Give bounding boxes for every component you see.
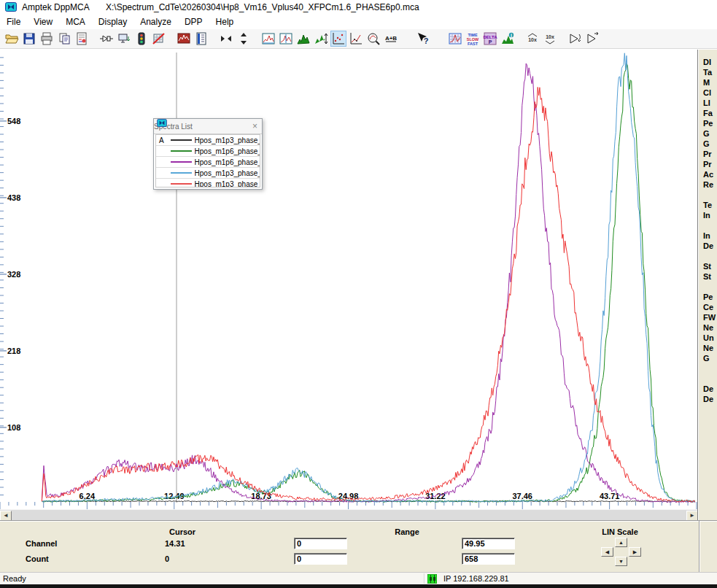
info-panel-label: Un	[703, 333, 714, 342]
range-count-max-field[interactable]	[462, 553, 515, 565]
scale-up-arrow-button[interactable]: ▲	[615, 538, 627, 547]
spectra-list-item[interactable]: Hpos_m1p6_phase_	[156, 157, 260, 168]
range-channel-min-field[interactable]	[294, 538, 347, 549]
scale-up-10x-button[interactable]: 10x	[525, 31, 540, 46]
delta-mode-button[interactable]: DELTAP	[483, 31, 497, 46]
info-panel-label: Pr	[703, 160, 712, 169]
info-panel-label: Ne	[703, 323, 713, 332]
line-draw-mode-button[interactable]	[349, 31, 363, 46]
spectrum-tag: A	[156, 136, 171, 144]
scale-down-arrow-button[interactable]: ▼	[615, 557, 627, 566]
context-help-icon: ?	[416, 31, 430, 46]
report-button[interactable]	[74, 31, 89, 46]
autoscale-y-button[interactable]	[314, 31, 328, 46]
menu-view[interactable]: View	[27, 15, 59, 28]
info-panel-label: M	[703, 78, 710, 87]
info-panel-label: St	[703, 272, 711, 281]
clear-spectrum-button[interactable]	[152, 31, 166, 46]
info-panel-label: De	[703, 395, 713, 403]
full-spectrum-button[interactable]	[296, 31, 311, 46]
menu-analyze[interactable]: Analyze	[133, 15, 178, 28]
spectra-list-item[interactable]: AHpos_m1p3_phase_	[156, 135, 260, 146]
channel-label: Channel	[26, 539, 57, 548]
copy-icon	[57, 31, 71, 46]
scale-right-arrow-button[interactable]: ▶	[629, 547, 641, 557]
spectrum-color-swatch	[171, 183, 192, 185]
spectrum-color-swatch	[171, 161, 192, 163]
window-title-app: Amptek DppMCA	[22, 2, 90, 12]
sum-spectra-button[interactable]: A+B	[384, 31, 398, 46]
copy-button[interactable]	[57, 31, 71, 46]
status-page-button[interactable]	[194, 31, 209, 46]
zoom-region-button[interactable]	[366, 31, 381, 46]
spectra-list-item[interactable]: Hpos_m1p3_phase_	[156, 168, 260, 179]
horizontal-scrollbar[interactable]: ◄ ►	[0, 509, 697, 520]
scale-left-arrow-button[interactable]: ◀	[601, 547, 613, 557]
spectra-list-title: Spectra List	[154, 123, 248, 131]
spectra-list-item[interactable]: Hpos_m1p6_phase_	[156, 146, 260, 157]
expand-horizontal-button[interactable]	[219, 31, 233, 46]
menu-bar: FileViewMCADisplayAnalyzeDPPHelp	[0, 15, 717, 29]
title-bar: Amptek DppMCA X:\Spectrum_CdTe\20260304\…	[0, 0, 717, 15]
bottom-panel: Cursor Range LIN Scale Channel 14.31 Cou…	[0, 520, 717, 572]
info-panel-label: Ac	[703, 170, 713, 179]
info-panel-label: In	[703, 211, 710, 220]
spectrum-info-button[interactable]: i	[500, 31, 515, 46]
view-region-a-button[interactable]	[261, 31, 276, 46]
menu-help[interactable]: Help	[209, 15, 241, 28]
context-help-button[interactable]: ?	[416, 31, 430, 46]
save-file-icon	[22, 31, 36, 46]
range-channel-max-field[interactable]	[462, 538, 515, 549]
info-panel-label: St	[703, 262, 711, 271]
spectrum-color-swatch	[171, 139, 192, 141]
view-region-a-icon	[261, 31, 276, 46]
spectra-list-item[interactable]: Hpos_m1p3_phase_	[156, 179, 260, 187]
scale-down-10x-icon: 10x	[543, 31, 557, 46]
device-data-button[interactable]	[117, 31, 131, 46]
network-status-icon	[427, 574, 437, 584]
start-stop-acquisition-button[interactable]	[134, 31, 149, 46]
info-panel-label: Ta	[703, 68, 712, 77]
save-file-button[interactable]	[22, 31, 36, 46]
cursor-header: Cursor	[146, 527, 219, 536]
display-settings-button[interactable]	[177, 31, 191, 46]
connect-device-icon	[99, 31, 114, 46]
send-command-button[interactable]	[585, 31, 600, 46]
start-stop-acquisition-icon	[134, 31, 149, 46]
view-region-b-button[interactable]	[279, 31, 293, 46]
info-panel-label: G	[703, 139, 710, 148]
info-panel-label: De	[703, 384, 713, 393]
info-panel-label: Ce	[703, 303, 713, 312]
send-command-back-button[interactable]	[567, 31, 582, 46]
dot-draw-mode-icon	[331, 31, 346, 46]
time-mode-button[interactable]: TIMESLOWFAST	[465, 31, 480, 46]
close-icon[interactable]: ×	[248, 121, 262, 131]
svg-text:DELTA: DELTA	[483, 35, 497, 39]
spectra-list-rows: AHpos_m1p3_phase_Hpos_m1p6_phase_Hpos_m1…	[155, 134, 260, 187]
connect-device-button[interactable]	[99, 31, 114, 46]
device-data-icon	[117, 31, 131, 46]
scale-down-10x-button[interactable]: 10x	[543, 31, 557, 46]
spectra-list-window[interactable]: Spectra List×AHpos_m1p3_phase_Hpos_m1p6_…	[153, 118, 263, 190]
svg-text:?: ?	[424, 36, 429, 45]
info-panel-label: Pe	[703, 119, 713, 128]
dot-draw-mode-button[interactable]	[331, 31, 346, 46]
open-file-button[interactable]	[4, 31, 19, 46]
menu-file[interactable]: File	[0, 15, 27, 28]
print-button[interactable]	[39, 31, 54, 46]
spectrum-color-swatch	[171, 150, 192, 152]
acquisition-display-button[interactable]	[448, 31, 462, 46]
spectrum-plot-area[interactable]: 6.2412.4918.7324.9831.2237.4643.71108218…	[0, 50, 697, 509]
send-command-icon	[585, 31, 600, 46]
menu-dpp[interactable]: DPP	[178, 15, 209, 28]
info-panel-label: G	[703, 354, 710, 363]
info-panel-label: Ne	[703, 344, 713, 352]
menu-display[interactable]: Display	[92, 15, 133, 28]
menu-mca[interactable]: MCA	[59, 15, 92, 28]
spectra-list-titlebar[interactable]: Spectra List×	[154, 119, 262, 134]
spectrum-curve	[42, 63, 694, 503]
spectrum-canvas	[0, 50, 697, 509]
spectrum-color-swatch	[171, 172, 192, 174]
range-count-min-field[interactable]	[294, 553, 347, 565]
expand-vertical-button[interactable]	[236, 31, 251, 46]
